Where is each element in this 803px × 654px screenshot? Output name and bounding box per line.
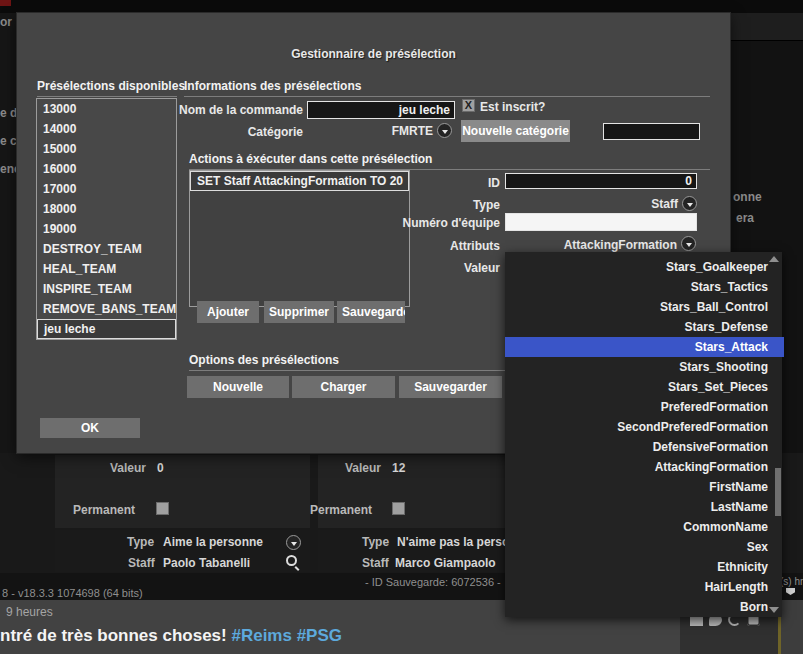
value: 12	[392, 461, 405, 475]
attribute-option[interactable]: Ethnicity	[505, 557, 784, 577]
category-value: FMRTE	[347, 124, 433, 138]
attribute-option[interactable]: FirstName	[505, 477, 784, 497]
command-name-label: Nom de la commande	[107, 103, 303, 117]
registered-label: Est inscrit?	[480, 100, 545, 114]
attribute-option[interactable]: Born	[505, 597, 784, 617]
value-label: Valeur	[110, 461, 146, 475]
right-gray-panel	[781, 600, 803, 654]
save-action-button[interactable]: Sauvegarder	[337, 301, 405, 323]
bg-fragment: e c	[0, 134, 17, 148]
preset-item[interactable]: HEAL_TEAM	[37, 259, 176, 279]
dialog-title: Gestionnaire de présélection	[17, 47, 730, 61]
attributes-label: Attributs	[317, 239, 500, 253]
tweet-timestamp: 9 heures	[6, 605, 53, 619]
new-category-button[interactable]: Nouvelle catégorie	[461, 120, 570, 142]
staff-value: Marco Giampaolo	[395, 556, 496, 570]
preset-item[interactable]: 18000	[37, 199, 176, 219]
preset-item[interactable]: DESTROY_TEAM	[37, 239, 176, 259]
attribute-option[interactable]: DefensiveFormation	[505, 437, 784, 457]
permanent-label: Permanent	[73, 503, 135, 517]
new-category-input[interactable]	[603, 123, 700, 140]
category-dropdown-icon[interactable]	[437, 123, 452, 138]
attribute-option[interactable]: Stars_Ball_Control	[505, 297, 784, 317]
add-action-button[interactable]: Ajouter	[197, 301, 259, 323]
preset-item[interactable]: 17000	[37, 179, 176, 199]
type-value: N'aime pas la person	[397, 535, 517, 549]
team-number-label: Numéro d'équipe	[317, 216, 500, 230]
attribute-option[interactable]: HairLength	[505, 577, 784, 597]
top-strip	[0, 0, 803, 13]
preset-item[interactable]: jeu leche	[37, 319, 176, 339]
preset-item[interactable]: INSPIRE_TEAM	[37, 279, 176, 299]
id-input[interactable]	[505, 173, 697, 189]
hashtag-link[interactable]: #PSG	[292, 626, 342, 645]
attributes-value: AttackingFormation	[507, 238, 677, 252]
save-preset-button[interactable]: Sauvegarder	[399, 376, 502, 398]
type-label: Type	[362, 535, 389, 549]
value-label: Valeur	[345, 461, 381, 475]
hashtag-link[interactable]: #Reims	[227, 626, 292, 645]
version-status: 8 - v18.3.3 1074698 (64 bits)	[2, 587, 143, 599]
attributes-dropdown-list[interactable]: Stars_GoalkeeperStars_TacticsStars_Ball_…	[505, 252, 782, 617]
attribute-option[interactable]: Stars_Attack	[505, 337, 784, 357]
scrollbar-thumb[interactable]	[775, 468, 781, 516]
tweet-text: ntré de très bonnes choses! #Reims #PSG	[0, 626, 342, 646]
presets-header: Présélections disponibles	[37, 79, 177, 97]
red-accent-patch	[0, 0, 11, 6]
preset-item[interactable]: 16000	[37, 159, 176, 179]
background-right-seam	[730, 13, 803, 41]
permanent-label: Permanent	[310, 503, 372, 517]
type-label: Type	[317, 198, 500, 212]
value: 0	[157, 461, 164, 475]
attribute-option[interactable]: Stars_Defense	[505, 317, 784, 337]
tweet-text-body: ntré de très bonnes choses!	[0, 626, 227, 645]
preset-item[interactable]: 19000	[37, 219, 176, 239]
staff-label: Staff	[128, 556, 155, 570]
bg-fragment: era	[736, 211, 754, 225]
attribute-option[interactable]: AttackingFormation	[505, 457, 784, 477]
attribute-option[interactable]: PreferedFormation	[505, 397, 784, 417]
attribute-option[interactable]: Stars_Shooting	[505, 357, 784, 377]
load-preset-button[interactable]: Charger	[292, 376, 395, 398]
screen: or e du e c ence onne era Valeur 0 Perma…	[0, 0, 803, 654]
type-dropdown-icon[interactable]	[682, 196, 697, 211]
attribute-option[interactable]: SecondPreferedFormation	[505, 417, 784, 437]
delete-action-button[interactable]: Supprimer	[264, 301, 334, 323]
registered-checkbox[interactable]	[462, 99, 475, 112]
ok-button[interactable]: OK	[40, 418, 140, 438]
save-id-status: - ID Sauvegarde: 6072536 -	[365, 576, 501, 588]
bg-fragment: onne	[733, 190, 762, 204]
type-label: Type	[127, 535, 154, 549]
search-icon[interactable]	[286, 555, 297, 566]
type-value: Aime la personne	[163, 535, 263, 549]
preset-item[interactable]: REMOVE_BANS_TEAM	[37, 299, 176, 319]
bg-left-value-panel	[55, 455, 310, 528]
permanent-checkbox[interactable]	[392, 502, 405, 515]
scroll-down-icon[interactable]	[769, 607, 779, 613]
scroll-up-icon[interactable]	[769, 256, 779, 262]
category-label: Catégorie	[107, 125, 303, 139]
attribute-option[interactable]: Sex	[505, 537, 784, 557]
attributes-dropdown-icon[interactable]	[681, 236, 696, 251]
attribute-option[interactable]: Stars_Set_Pieces	[505, 377, 784, 397]
attribute-option[interactable]: Stars_Goalkeeper	[505, 257, 784, 277]
staff-label: Staff	[362, 556, 389, 570]
attribute-option[interactable]: Stars_Tactics	[505, 277, 784, 297]
attribute-option[interactable]: CommonName	[505, 517, 784, 537]
value-label: Valeur	[317, 261, 500, 275]
staff-value: Paolo Tabanelli	[163, 556, 250, 570]
chevron-down-icon[interactable]	[286, 535, 301, 550]
info-header: Informations des présélections	[184, 79, 710, 97]
actions-header: Actions à éxécuter dans cette présélecti…	[189, 152, 710, 170]
id-label: ID	[317, 176, 500, 190]
type-value: Staff	[577, 197, 678, 211]
command-name-input[interactable]	[307, 101, 455, 119]
attribute-option[interactable]: LastName	[505, 497, 784, 517]
preset-item[interactable]: 15000	[37, 139, 176, 159]
team-number-input[interactable]	[505, 213, 697, 231]
new-preset-button[interactable]: Nouvelle	[187, 376, 289, 398]
bg-fragment: or	[0, 15, 12, 29]
permanent-checkbox[interactable]	[156, 502, 169, 515]
